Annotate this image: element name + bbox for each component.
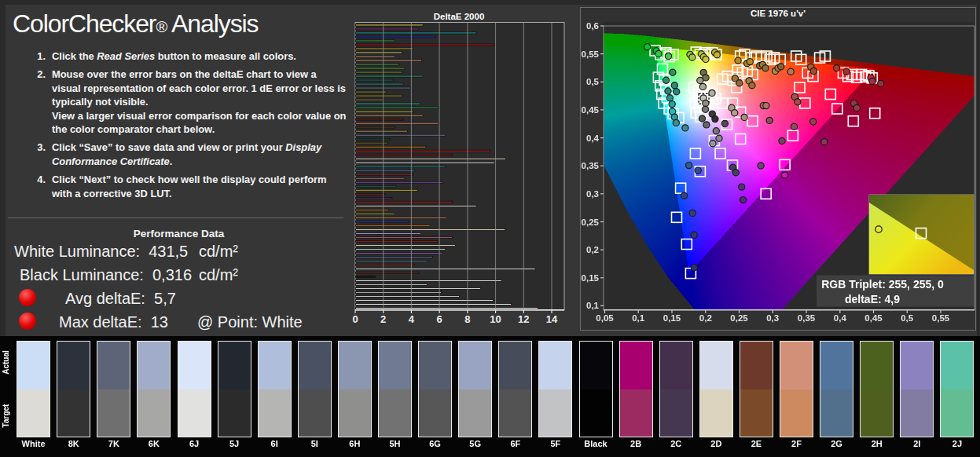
- svg-text:0,4: 0,4: [586, 133, 600, 143]
- svg-text:0,6: 0,6: [586, 21, 599, 31]
- svg-text:0,5: 0,5: [901, 313, 914, 323]
- svg-text:deltaE: 4,9: deltaE: 4,9: [845, 293, 900, 305]
- svg-text:0,1: 0,1: [586, 301, 600, 310]
- svg-text:0,4: 0,4: [834, 313, 847, 323]
- svg-text:0,25: 0,25: [730, 313, 748, 323]
- svg-text:0,35: 0,35: [582, 161, 600, 170]
- svg-text:0,25: 0,25: [582, 218, 600, 227]
- svg-text:0,55: 0,55: [582, 49, 600, 59]
- svg-text:0,1: 0,1: [632, 313, 645, 323]
- svg-text:0,3: 0,3: [766, 313, 779, 323]
- svg-text:0,3: 0,3: [586, 189, 599, 199]
- svg-text:0,15: 0,15: [663, 313, 681, 323]
- svg-text:0,55: 0,55: [932, 313, 950, 323]
- svg-text:0,05: 0,05: [596, 313, 614, 323]
- svg-text:0,5: 0,5: [586, 77, 600, 86]
- svg-text:0,45: 0,45: [864, 313, 883, 323]
- svg-text:0,35: 0,35: [798, 313, 816, 323]
- svg-text:0,45: 0,45: [582, 105, 600, 115]
- svg-text:0,2: 0,2: [699, 313, 712, 323]
- svg-text:RGB Triplet: 255, 255, 0: RGB Triplet: 255, 255, 0: [821, 278, 944, 291]
- svg-text:0,15: 0,15: [582, 273, 600, 283]
- svg-text:0,2: 0,2: [586, 245, 599, 254]
